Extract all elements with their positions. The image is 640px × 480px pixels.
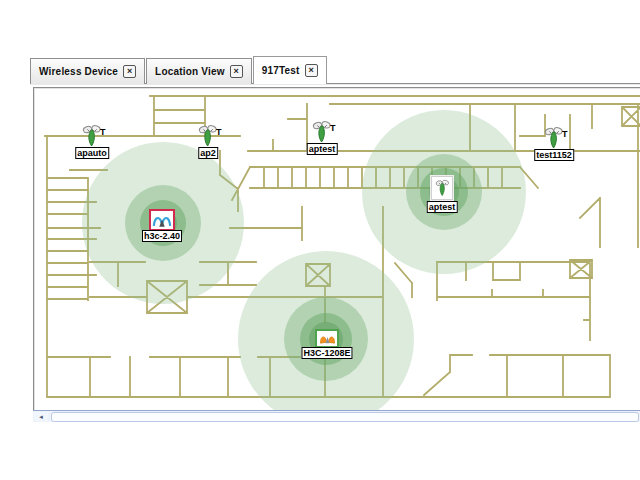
boxed-antenna-icon bbox=[431, 176, 453, 200]
device-label: aptest bbox=[307, 143, 338, 155]
device-label: ap2 bbox=[198, 147, 218, 159]
tab-label: Wireless Device bbox=[39, 66, 118, 77]
tab-bar-underline-light bbox=[30, 84, 640, 85]
device-label: h3c-2.40 bbox=[142, 230, 182, 242]
antenna-icon bbox=[544, 127, 564, 149]
device-apauto[interactable]: Tapauto bbox=[82, 125, 102, 151]
horizontal-scrollbar[interactable]: ◄ bbox=[33, 410, 640, 422]
antenna-icon bbox=[198, 125, 218, 147]
antenna-icon bbox=[312, 121, 332, 143]
app-window: Wireless Device×Location View×917Test× T… bbox=[0, 0, 640, 480]
tab-location-view[interactable]: Location View× bbox=[146, 58, 252, 84]
coverage-layer bbox=[82, 110, 526, 421]
device-aptest[interactable]: Taptest bbox=[312, 121, 332, 147]
device-h3c-1208e[interactable]: H3C-1208E bbox=[315, 329, 339, 349]
tab-close-icon[interactable]: × bbox=[123, 65, 136, 78]
tab-label: 917Test bbox=[262, 65, 300, 76]
omni-antenna-icon bbox=[315, 329, 339, 348]
scrollbar-thumb[interactable] bbox=[51, 412, 639, 422]
selected-antenna-icon bbox=[149, 209, 175, 231]
device-label: test1152 bbox=[534, 149, 574, 161]
antenna-icon bbox=[82, 125, 102, 147]
device-aptest[interactable]: aptest bbox=[431, 176, 453, 201]
tab-wireless-device[interactable]: Wireless Device× bbox=[30, 58, 145, 84]
transmit-flag: T bbox=[562, 130, 568, 139]
device-h3c-2-40[interactable]: h3c-2.40 bbox=[149, 209, 175, 232]
tab-close-icon[interactable]: × bbox=[230, 65, 243, 78]
tab-close-icon[interactable]: × bbox=[305, 64, 318, 77]
tab-label: Location View bbox=[155, 66, 225, 77]
device-label: apauto bbox=[75, 147, 109, 159]
transmit-flag: T bbox=[100, 128, 106, 137]
tab-bar: Wireless Device×Location View×917Test× bbox=[30, 58, 328, 84]
scroll-left-icon[interactable]: ◄ bbox=[34, 412, 48, 421]
device-label: H3C-1208E bbox=[301, 347, 352, 359]
device-ap2[interactable]: Tap2 bbox=[198, 125, 218, 151]
transmit-flag: T bbox=[216, 128, 222, 137]
tab-917test[interactable]: 917Test× bbox=[253, 56, 327, 84]
device-test1152[interactable]: Ttest1152 bbox=[544, 127, 564, 153]
device-label: aptest bbox=[427, 201, 458, 213]
transmit-flag: T bbox=[330, 124, 336, 133]
